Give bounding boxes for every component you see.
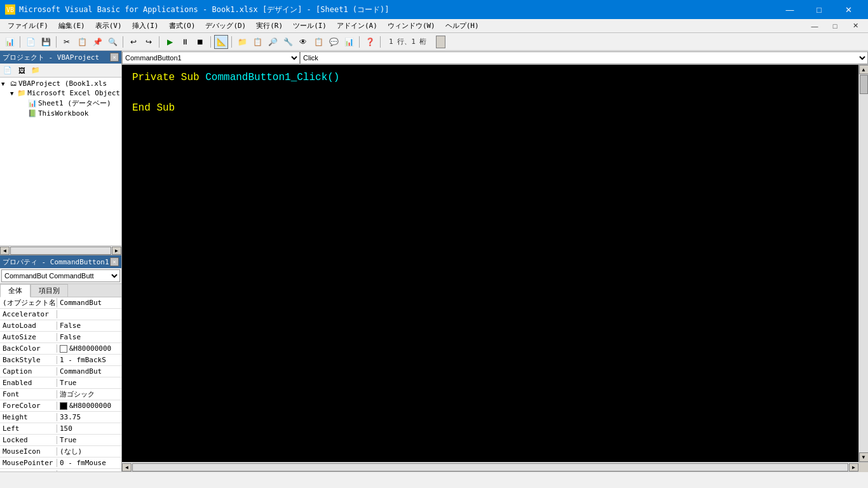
hscroll-track[interactable] (10, 247, 111, 255)
props-row: Height33.75 (0, 412, 121, 423)
code-object-select[interactable]: CommandButton1 (122, 51, 300, 64)
toolbar-scroll-indicator (436, 36, 445, 48)
toolbar-reset[interactable]: ⏹ (193, 35, 207, 49)
close-button[interactable]: ✕ (834, 0, 863, 19)
minimize-button[interactable]: — (775, 0, 804, 19)
props-row: (オブジェクト名)CommandBut (0, 297, 121, 309)
toolbar-break[interactable]: ⏸ (178, 35, 192, 49)
toolbar-sep-2 (56, 36, 57, 48)
toolbar-sep-3 (123, 36, 123, 48)
props-object-select[interactable]: CommandBut CommandButt (1, 269, 120, 282)
code-hscroll-right[interactable]: ▶ (849, 463, 858, 471)
menu-window[interactable]: ウィンドウ(W) (383, 19, 440, 32)
toolbar-view-btn[interactable]: 📊 (3, 35, 17, 49)
menu-help[interactable]: ヘルプ(H) (440, 19, 484, 32)
project-panel-close-btn[interactable]: ✕ (110, 53, 119, 62)
vscroll-down[interactable]: ▼ (859, 452, 869, 462)
toolbar-sep-6 (231, 36, 232, 48)
vscroll-track[interactable] (859, 74, 869, 452)
props-tab-all[interactable]: 全体 (0, 284, 31, 297)
prop-value-5: 1 - fmBackS (57, 356, 121, 364)
toolbar-help[interactable]: ❓ (363, 35, 377, 49)
code-editor[interactable]: Private Sub CommandButton1_Click() End S… (122, 65, 858, 462)
menu-file[interactable]: ファイル(F) (3, 19, 53, 32)
prop-name-3: AutoSize (0, 333, 57, 341)
toolbar-toolbox[interactable]: 🔧 (281, 35, 295, 49)
toolbar-watch[interactable]: 👁 (296, 35, 310, 49)
toolbar-save[interactable]: 💾 (39, 35, 53, 49)
inner-restore-btn[interactable]: □ (825, 19, 845, 33)
vscroll-up[interactable]: ▲ (859, 65, 869, 74)
toolbar-cut[interactable]: ✂ (60, 35, 74, 49)
tree-excel-objects[interactable]: ▼ 📁 Microsoft Excel Object (10, 88, 120, 98)
props-row: AutoSizeFalse (0, 332, 121, 343)
toolbar-sep-5 (210, 36, 211, 48)
prop-name-1: Accelerator (0, 310, 57, 318)
app-icon: VB (5, 4, 15, 15)
code-proc-select[interactable]: Click (300, 51, 868, 64)
toolbar-object-browser[interactable]: 🔎 (266, 35, 280, 49)
menu-format[interactable]: 書式(O) (164, 19, 201, 32)
prop-name-2: AutoLoad (0, 322, 57, 330)
props-row: BackColor&H80000000 (0, 343, 121, 355)
toolbar-insert-module[interactable]: 📄 (24, 35, 37, 49)
toolbar-sep-8 (380, 36, 381, 48)
toolbar-redo[interactable]: ↪ (142, 35, 156, 49)
toolbar-design-mode[interactable]: 📐 (214, 35, 228, 49)
inner-close-btn[interactable]: ✕ (845, 19, 865, 33)
props-select-row: CommandBut CommandButt (0, 268, 121, 284)
project-view-object[interactable]: 🖼 (15, 65, 28, 76)
code-hscroll-track[interactable] (132, 463, 848, 471)
prop-name-4: BackColor (0, 344, 57, 353)
menu-tools[interactable]: ツール(I) (288, 19, 332, 32)
project-toggle-folders[interactable]: 📁 (29, 65, 42, 76)
toolbar-undo[interactable]: ↩ (126, 35, 140, 49)
menu-view[interactable]: 表示(V) (90, 19, 127, 32)
menu-debug[interactable]: デバッグ(D) (200, 19, 251, 32)
code-hscroll-left[interactable]: ◀ (122, 463, 132, 471)
tree-root-icon: 🗂 (10, 79, 17, 88)
tree-root-toggle[interactable]: ▼ (1, 81, 9, 87)
menu-insert[interactable]: 挿入(I) (127, 19, 164, 32)
code-hscrollbar: ◀ ▶ (122, 462, 868, 471)
toolbar-find[interactable]: 🔍 (105, 35, 119, 49)
tree-root[interactable]: ▼ 🗂 VBAProject (Book1.xls (1, 79, 120, 88)
hscroll-left[interactable]: ◀ (0, 247, 10, 255)
project-view-code[interactable]: 📄 (1, 65, 14, 76)
hscroll-right[interactable]: ▶ (112, 247, 121, 255)
props-row: AutoLoadFalse (0, 320, 121, 332)
props-close-btn[interactable]: ✕ (110, 257, 119, 266)
toolbar-locals[interactable]: 📋 (311, 35, 325, 49)
prop-name-12: Locked (0, 436, 57, 444)
toolbar-call-stack[interactable]: 📊 (342, 35, 356, 49)
prop-value-8: 游ゴシック (57, 390, 121, 399)
toolbar-project-explorer[interactable]: 📁 (235, 35, 249, 49)
toolbar-sep-1 (20, 36, 20, 48)
menu-addins[interactable]: アドイン(A) (332, 19, 383, 32)
toolbar-copy[interactable]: 📋 (75, 35, 89, 49)
tree-sheet1[interactable]: 📊 Sheet1 (データベー) (19, 98, 120, 109)
tree-excel-icon: 📁 (17, 89, 26, 97)
toolbar-sep-4 (159, 36, 159, 48)
prop-name-0: (オブジェクト名) (0, 298, 57, 308)
toolbar-immediate[interactable]: 💬 (327, 35, 341, 49)
code-vscrollbar: ▲ ▼ (858, 65, 868, 462)
toolbar-run[interactable]: ▶ (163, 35, 177, 49)
toolbar-paste[interactable]: 📌 (90, 35, 104, 49)
tree-thisworkbook[interactable]: 📗 ThisWorkbook (19, 109, 120, 118)
project-tree: ▼ 🗂 VBAProject (Book1.xls ▼ 📁 Microsoft … (0, 78, 121, 245)
restore-button[interactable]: □ (804, 0, 834, 19)
props-tab-category[interactable]: 項目別 (31, 284, 68, 297)
inner-minimize-btn[interactable]: — (804, 19, 825, 33)
tree-sheet1-label: Sheet1 (データベー) (38, 98, 111, 108)
code-func-name: CommandButton1_Click() (205, 72, 339, 83)
menu-edit[interactable]: 編集(E) (53, 19, 90, 32)
main-area: プロジェクト - VBAProject ✕ 📄 🖼 📁 ▼ 🗂 VBAProje… (0, 51, 868, 471)
vscroll-thumb[interactable] (860, 75, 868, 94)
status-text (5, 476, 10, 484)
tree-excel-toggle[interactable]: ▼ (10, 90, 16, 97)
project-hscroll[interactable]: ◀ ▶ (0, 245, 121, 255)
toolbar-properties[interactable]: 📋 (250, 35, 264, 49)
props-header: プロパティ - CommandButton1 ✕ (0, 255, 121, 268)
menu-run[interactable]: 実行(R) (251, 19, 288, 32)
